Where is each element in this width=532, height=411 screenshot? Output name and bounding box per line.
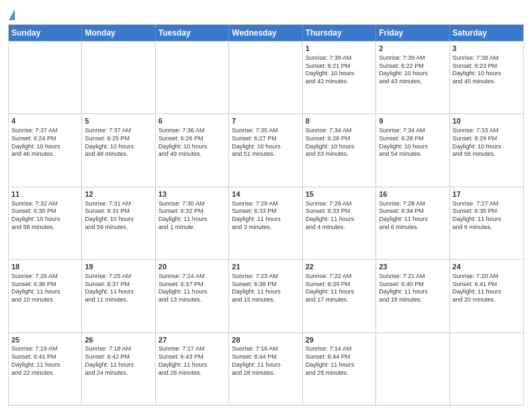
calendar-cell: 22Sunrise: 7:22 AM Sunset: 6:39 PM Dayli… xyxy=(303,260,376,332)
day-info: Sunrise: 7:16 AM Sunset: 6:44 PM Dayligh… xyxy=(232,345,299,377)
calendar-cell: 7Sunrise: 7:35 AM Sunset: 6:27 PM Daylig… xyxy=(229,114,302,186)
calendar-cell: 6Sunrise: 7:36 AM Sunset: 6:26 PM Daylig… xyxy=(156,114,229,186)
calendar-row: 11Sunrise: 7:32 AM Sunset: 6:30 PM Dayli… xyxy=(9,187,523,259)
day-number: 14 xyxy=(232,189,299,199)
day-info: Sunrise: 7:24 AM Sunset: 6:37 PM Dayligh… xyxy=(159,273,226,304)
day-info: Sunrise: 7:29 AM Sunset: 6:33 PM Dayligh… xyxy=(306,200,373,232)
calendar-row: 25Sunrise: 7:19 AM Sunset: 6:41 PM Dayli… xyxy=(9,332,523,405)
day-number: 18 xyxy=(11,262,79,272)
calendar-cell xyxy=(9,42,82,113)
day-info: Sunrise: 7:37 AM Sunset: 6:25 PM Dayligh… xyxy=(85,127,152,158)
calendar-cell: 19Sunrise: 7:25 AM Sunset: 6:37 PM Dayli… xyxy=(82,260,155,332)
calendar-cell xyxy=(156,42,229,113)
calendar-header: SundayMondayTuesdayWednesdayThursdayFrid… xyxy=(9,25,523,41)
day-number: 15 xyxy=(306,189,373,199)
calendar-cell: 10Sunrise: 7:33 AM Sunset: 6:29 PM Dayli… xyxy=(450,114,523,186)
weekday-header: Tuesday xyxy=(156,25,229,41)
calendar-cell: 3Sunrise: 7:38 AM Sunset: 6:23 PM Daylig… xyxy=(450,42,523,113)
calendar: SundayMondayTuesdayWednesdayThursdayFrid… xyxy=(8,24,524,406)
day-info: Sunrise: 7:21 AM Sunset: 6:40 PM Dayligh… xyxy=(379,273,446,304)
day-info: Sunrise: 7:36 AM Sunset: 6:26 PM Dayligh… xyxy=(159,127,226,158)
day-number: 17 xyxy=(453,189,521,199)
day-number: 21 xyxy=(232,262,299,272)
day-number: 19 xyxy=(85,262,152,272)
calendar-cell xyxy=(82,42,155,113)
calendar-cell: 4Sunrise: 7:37 AM Sunset: 6:24 PM Daylig… xyxy=(9,114,82,186)
day-number: 9 xyxy=(379,116,446,126)
calendar-cell: 24Sunrise: 7:20 AM Sunset: 6:41 PM Dayli… xyxy=(450,260,523,332)
calendar-cell xyxy=(229,42,302,113)
day-info: Sunrise: 7:38 AM Sunset: 6:23 PM Dayligh… xyxy=(453,54,521,86)
calendar-cell: 26Sunrise: 7:18 AM Sunset: 6:42 PM Dayli… xyxy=(82,333,155,405)
calendar-cell: 2Sunrise: 7:39 AM Sunset: 6:22 PM Daylig… xyxy=(376,42,449,113)
calendar-row: 18Sunrise: 7:26 AM Sunset: 6:36 PM Dayli… xyxy=(9,259,523,332)
day-info: Sunrise: 7:39 AM Sunset: 6:22 PM Dayligh… xyxy=(379,54,446,86)
calendar-row: 1Sunrise: 7:39 AM Sunset: 6:21 PM Daylig… xyxy=(9,41,523,113)
calendar-cell: 25Sunrise: 7:19 AM Sunset: 6:41 PM Dayli… xyxy=(9,333,82,405)
day-info: Sunrise: 7:31 AM Sunset: 6:31 PM Dayligh… xyxy=(85,200,152,232)
day-info: Sunrise: 7:20 AM Sunset: 6:41 PM Dayligh… xyxy=(453,273,521,304)
day-info: Sunrise: 7:19 AM Sunset: 6:41 PM Dayligh… xyxy=(11,345,79,377)
calendar-cell: 9Sunrise: 7:34 AM Sunset: 6:28 PM Daylig… xyxy=(376,114,449,186)
day-info: Sunrise: 7:33 AM Sunset: 6:29 PM Dayligh… xyxy=(453,127,521,158)
calendar-cell: 14Sunrise: 7:29 AM Sunset: 6:33 PM Dayli… xyxy=(229,187,302,259)
calendar-cell xyxy=(376,333,449,405)
day-number: 6 xyxy=(159,116,226,126)
day-info: Sunrise: 7:39 AM Sunset: 6:21 PM Dayligh… xyxy=(306,54,373,86)
day-number: 13 xyxy=(159,189,226,199)
weekday-header: Friday xyxy=(376,25,449,41)
day-info: Sunrise: 7:28 AM Sunset: 6:34 PM Dayligh… xyxy=(379,200,446,232)
day-info: Sunrise: 7:26 AM Sunset: 6:36 PM Dayligh… xyxy=(11,273,79,304)
calendar-cell: 12Sunrise: 7:31 AM Sunset: 6:31 PM Dayli… xyxy=(82,187,155,259)
calendar-cell: 1Sunrise: 7:39 AM Sunset: 6:21 PM Daylig… xyxy=(303,42,376,113)
calendar-cell: 5Sunrise: 7:37 AM Sunset: 6:25 PM Daylig… xyxy=(82,114,155,186)
calendar-cell: 16Sunrise: 7:28 AM Sunset: 6:34 PM Dayli… xyxy=(376,187,449,259)
day-info: Sunrise: 7:14 AM Sunset: 6:44 PM Dayligh… xyxy=(306,345,373,377)
calendar-cell xyxy=(450,333,523,405)
day-info: Sunrise: 7:18 AM Sunset: 6:42 PM Dayligh… xyxy=(85,345,152,377)
calendar-cell: 28Sunrise: 7:16 AM Sunset: 6:44 PM Dayli… xyxy=(229,333,302,405)
day-number: 27 xyxy=(159,335,226,345)
day-number: 23 xyxy=(379,262,446,272)
day-number: 11 xyxy=(11,189,79,199)
calendar-cell: 11Sunrise: 7:32 AM Sunset: 6:30 PM Dayli… xyxy=(9,187,82,259)
day-info: Sunrise: 7:34 AM Sunset: 6:28 PM Dayligh… xyxy=(379,127,446,158)
day-number: 5 xyxy=(85,116,152,126)
day-info: Sunrise: 7:22 AM Sunset: 6:39 PM Dayligh… xyxy=(306,273,373,304)
day-number: 24 xyxy=(453,262,521,272)
header xyxy=(8,7,524,20)
day-info: Sunrise: 7:32 AM Sunset: 6:30 PM Dayligh… xyxy=(11,200,79,232)
weekday-header: Thursday xyxy=(303,25,376,41)
day-number: 2 xyxy=(379,44,446,54)
day-number: 4 xyxy=(11,116,79,126)
day-number: 3 xyxy=(453,44,521,54)
day-number: 12 xyxy=(85,189,152,199)
weekday-header: Saturday xyxy=(450,25,523,41)
day-number: 8 xyxy=(306,116,373,126)
day-info: Sunrise: 7:27 AM Sunset: 6:35 PM Dayligh… xyxy=(453,200,521,232)
calendar-cell: 21Sunrise: 7:23 AM Sunset: 6:38 PM Dayli… xyxy=(229,260,302,332)
weekday-header: Wednesday xyxy=(229,25,302,41)
day-number: 28 xyxy=(232,335,299,345)
calendar-cell: 17Sunrise: 7:27 AM Sunset: 6:35 PM Dayli… xyxy=(450,187,523,259)
day-info: Sunrise: 7:35 AM Sunset: 6:27 PM Dayligh… xyxy=(232,127,299,158)
day-info: Sunrise: 7:34 AM Sunset: 6:28 PM Dayligh… xyxy=(306,127,373,158)
calendar-cell: 23Sunrise: 7:21 AM Sunset: 6:40 PM Dayli… xyxy=(376,260,449,332)
day-number: 26 xyxy=(85,335,152,345)
calendar-cell: 8Sunrise: 7:34 AM Sunset: 6:28 PM Daylig… xyxy=(303,114,376,186)
calendar-cell: 18Sunrise: 7:26 AM Sunset: 6:36 PM Dayli… xyxy=(9,260,82,332)
weekday-header: Monday xyxy=(82,25,155,41)
day-number: 1 xyxy=(306,44,373,54)
day-number: 29 xyxy=(306,335,373,345)
weekday-header: Sunday xyxy=(9,25,82,41)
day-info: Sunrise: 7:30 AM Sunset: 6:32 PM Dayligh… xyxy=(159,200,226,232)
logo xyxy=(8,9,15,20)
calendar-body: 1Sunrise: 7:39 AM Sunset: 6:21 PM Daylig… xyxy=(9,41,523,405)
day-number: 22 xyxy=(306,262,373,272)
calendar-cell: 20Sunrise: 7:24 AM Sunset: 6:37 PM Dayli… xyxy=(156,260,229,332)
day-info: Sunrise: 7:23 AM Sunset: 6:38 PM Dayligh… xyxy=(232,273,299,304)
calendar-cell: 29Sunrise: 7:14 AM Sunset: 6:44 PM Dayli… xyxy=(303,333,376,405)
day-info: Sunrise: 7:25 AM Sunset: 6:37 PM Dayligh… xyxy=(85,273,152,304)
day-info: Sunrise: 7:37 AM Sunset: 6:24 PM Dayligh… xyxy=(11,127,79,158)
day-info: Sunrise: 7:29 AM Sunset: 6:33 PM Dayligh… xyxy=(232,200,299,232)
